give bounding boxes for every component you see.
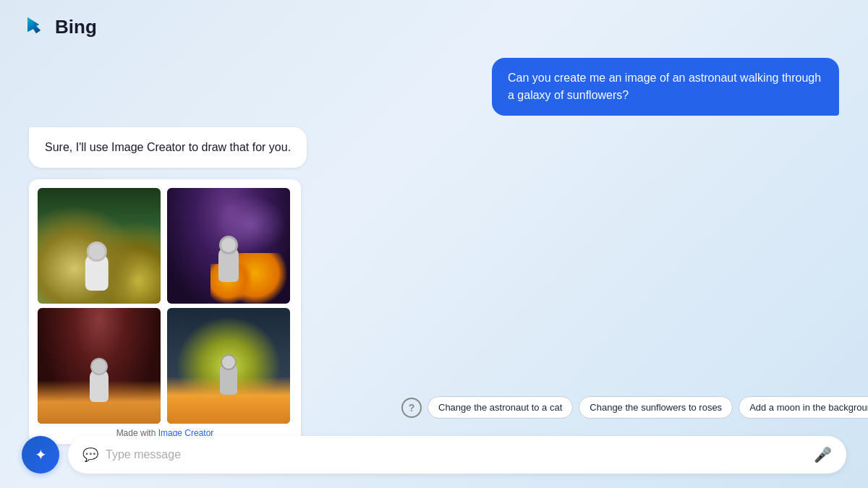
help-icon-button[interactable]: ? <box>401 398 422 418</box>
bing-logo-icon <box>20 13 48 40</box>
user-message-bubble: Can you create me an image of an astrona… <box>492 58 839 116</box>
chat-bubble-icon: 💬 <box>82 447 98 463</box>
input-bar: ✦ 💬 Type message 🎤 <box>22 436 846 474</box>
bing-sparkle-icon: ✦ <box>35 446 47 463</box>
app-title: Bing <box>55 16 97 38</box>
suggestion-chip-3[interactable]: Add a moon in the background <box>739 396 868 419</box>
microphone-icon[interactable]: 🎤 <box>814 446 832 463</box>
astronaut-figure-2 <box>218 247 239 282</box>
generated-image-2[interactable] <box>167 188 290 304</box>
image-grid-container: Made with Image Creator <box>29 179 301 444</box>
suggestion-chip-2[interactable]: Change the sunflowers to roses <box>579 396 733 419</box>
input-placeholder-text: Type message <box>106 448 814 461</box>
chat-area: Can you create me an image of an astrona… <box>0 58 868 423</box>
astronaut-figure-1 <box>85 253 109 291</box>
bing-chat-button[interactable]: ✦ <box>22 436 59 474</box>
astronaut-figure-4 <box>220 364 237 395</box>
header: Bing <box>20 13 97 40</box>
generated-image-4[interactable] <box>167 308 290 424</box>
generated-image-3[interactable] <box>38 308 161 424</box>
message-input-field[interactable]: 💬 Type message 🎤 <box>68 436 846 474</box>
image-grid <box>38 188 292 424</box>
suggestion-chip-1[interactable]: Change the astronaut to a cat <box>427 396 573 419</box>
generated-image-1[interactable] <box>38 188 161 304</box>
suggestions-area: ? Change the astronaut to a cat Change t… <box>401 396 839 419</box>
astronaut-figure-3 <box>90 369 109 402</box>
bot-message-bubble: Sure, I'll use Image Creator to draw tha… <box>29 127 307 168</box>
